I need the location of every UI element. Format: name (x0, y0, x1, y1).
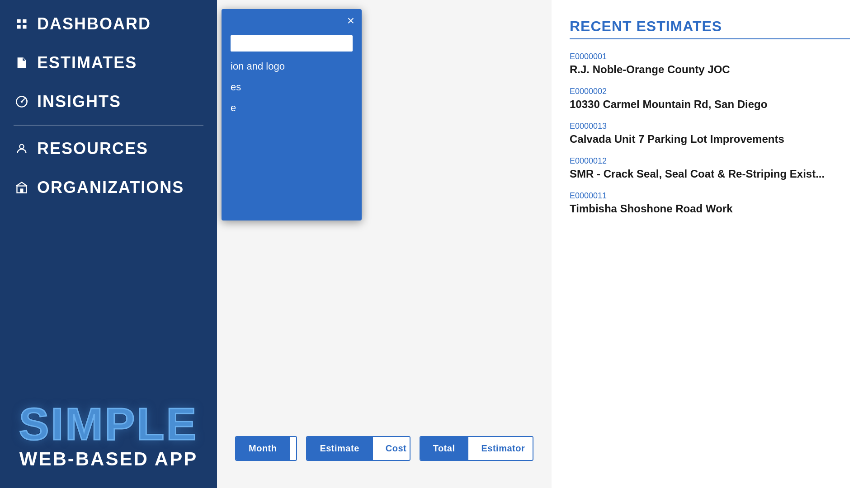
estimate-item-1[interactable]: E0000001 R.J. Noble-Orange County JOC (570, 52, 850, 76)
modal: × ion and logo es e (222, 9, 362, 221)
section-divider (570, 38, 850, 39)
svg-rect-3 (23, 25, 26, 28)
estimate-name-3: Calvada Unit 7 Parking Lot Improvements (570, 133, 850, 145)
grid-icon (14, 16, 30, 32)
modal-body: ion and logo es e (222, 31, 362, 221)
view-filter-group: Total Estimator Dimens... (420, 436, 533, 461)
sidebar-divider (14, 125, 203, 126)
recent-estimates-title: RECENT ESTIMATES (570, 18, 850, 35)
year-button[interactable]: Year (289, 437, 297, 460)
sidebar: DASHBOARD ESTIMATES INSIGHTS RESOURCES (0, 0, 217, 488)
brand-tagline: WEB-BASED APP (19, 448, 198, 470)
sidebar-item-resources-label: RESOURCES (37, 139, 148, 158)
estimator-button[interactable]: Estimator (467, 437, 533, 460)
sidebar-item-insights-label: INSIGHTS (37, 92, 121, 111)
total-button[interactable]: Total (420, 437, 468, 460)
estimate-id-2: E0000002 (570, 87, 850, 96)
sidebar-item-estimates-label: ESTIMATES (37, 53, 137, 72)
svg-rect-2 (17, 25, 21, 28)
brand-section: SIMPLE WEB-BASED APP (0, 401, 217, 470)
modal-close-button[interactable]: × (347, 14, 354, 27)
svg-point-9 (19, 145, 24, 149)
person-icon (14, 141, 30, 157)
svg-rect-0 (17, 19, 21, 23)
modal-text-partial-3: e (231, 102, 353, 114)
building-icon (14, 179, 30, 196)
estimate-id-4: E0000012 (570, 156, 850, 166)
estimate-name-5: Timbisha Shoshone Road Work (570, 202, 850, 215)
estimate-name-2: 10330 Carmel Mountain Rd, San Diego (570, 98, 850, 111)
estimate-item-5[interactable]: E0000011 Timbisha Shoshone Road Work (570, 191, 850, 215)
estimate-item-3[interactable]: E0000013 Calvada Unit 7 Parking Lot Impr… (570, 122, 850, 145)
modal-text-partial-1: ion and logo (231, 61, 353, 72)
time-filter-group: Month Year (235, 436, 297, 461)
estimate-id-5: E0000011 (570, 191, 850, 201)
sidebar-item-organizations[interactable]: ORGANIZATIONS (0, 168, 217, 207)
document-icon (14, 55, 30, 71)
svg-point-8 (21, 101, 23, 103)
chart-icon (14, 94, 30, 110)
right-panel: RECENT ESTIMATES E0000001 R.J. Noble-Ora… (552, 0, 868, 488)
main-content: × ion and logo es e Month Year Estimate … (217, 0, 552, 488)
sidebar-item-estimates[interactable]: ESTIMATES (0, 43, 217, 82)
estimate-id-3: E0000013 (570, 122, 850, 131)
sidebar-item-dashboard-label: DASHBOARD (37, 14, 151, 33)
metric-filter-group: Estimate Cost Margin (306, 436, 410, 461)
estimate-item-2[interactable]: E0000002 10330 Carmel Mountain Rd, San D… (570, 87, 850, 111)
bottom-bar: Month Year Estimate Cost Margin Total Es… (217, 436, 552, 461)
estimate-item-4[interactable]: E0000012 SMR - Crack Seal, Seal Coat & R… (570, 156, 850, 180)
sidebar-item-resources[interactable]: RESOURCES (0, 129, 217, 168)
sidebar-nav: DASHBOARD ESTIMATES INSIGHTS RESOURCES (0, 0, 217, 207)
sidebar-item-insights[interactable]: INSIGHTS (0, 82, 217, 121)
estimate-button[interactable]: Estimate (307, 437, 372, 460)
svg-rect-1 (23, 19, 26, 23)
month-button[interactable]: Month (236, 437, 289, 460)
svg-rect-11 (20, 188, 24, 192)
estimate-id-1: E0000001 (570, 52, 850, 61)
modal-header: × (222, 9, 362, 31)
brand-simple: SIMPLE (19, 401, 198, 446)
sidebar-item-organizations-label: ORGANIZATIONS (37, 178, 184, 197)
estimate-name-1: R.J. Noble-Orange County JOC (570, 63, 850, 76)
modal-input[interactable] (231, 35, 353, 52)
estimate-name-4: SMR - Crack Seal, Seal Coat & Re-Stripin… (570, 168, 850, 180)
sidebar-item-dashboard[interactable]: DASHBOARD (0, 5, 217, 43)
modal-text-partial-2: es (231, 81, 353, 93)
cost-button[interactable]: Cost (372, 437, 410, 460)
